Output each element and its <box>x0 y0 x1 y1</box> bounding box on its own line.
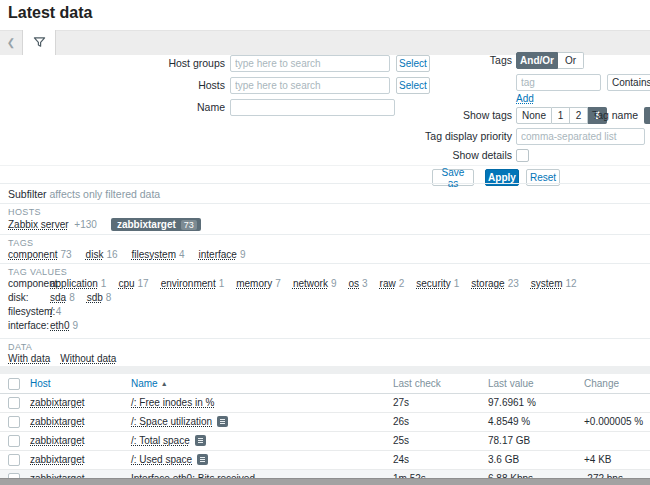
show-details-label: Show details <box>380 147 512 164</box>
tag-display-priority-input[interactable] <box>516 128 645 145</box>
row-checkbox[interactable] <box>8 397 20 409</box>
subfilter-tag-link[interactable]: filesystem <box>132 249 176 260</box>
tag-value-link[interactable]: sda <box>50 292 66 303</box>
column-header-change: Change <box>584 378 619 389</box>
tag-value-link[interactable]: / <box>50 306 53 317</box>
column-header-last-value: Last value <box>488 378 534 389</box>
change-value: +0.000005 % <box>584 416 643 427</box>
tag-value-link[interactable]: memory <box>236 278 272 289</box>
last-value: 78.17 GB <box>488 435 530 446</box>
host-link[interactable]: zabbixtarget <box>30 397 84 408</box>
tag-value-count: 17 <box>138 278 149 289</box>
tag-value-group-label: disk: <box>8 292 29 303</box>
select-all-checkbox[interactable] <box>8 378 20 390</box>
tag-value-link[interactable]: application <box>50 278 98 289</box>
tag-value-item: storage23 <box>471 278 518 289</box>
tags-operator-andor[interactable]: And/Or <box>516 52 558 69</box>
hosts-select-button[interactable]: Select <box>396 77 430 94</box>
subfilter-tag-link[interactable]: component <box>8 249 57 260</box>
with-data-link[interactable]: With data <box>8 353 50 364</box>
tag-value-item: memory7 <box>236 278 281 289</box>
tag-value-item: cpu17 <box>118 278 148 289</box>
tag-value-item: sdb8 <box>87 292 112 303</box>
subfilter-tag-link[interactable]: interface <box>199 249 237 260</box>
tag-value-group-row: /4 <box>50 306 73 317</box>
item-name-link[interactable]: /: Space utilization <box>131 416 212 427</box>
last-value: 97.6961 % <box>488 397 536 408</box>
hosts-input[interactable] <box>230 77 390 94</box>
tag-value-group-row: sda8 sdb8 <box>50 292 123 303</box>
without-data-link[interactable]: Without data <box>60 353 116 364</box>
tag-value-link[interactable]: os <box>348 278 359 289</box>
tag-value-count: 9 <box>331 278 337 289</box>
tag-value-link[interactable]: network <box>293 278 328 289</box>
tag-value-count: 8 <box>69 292 75 303</box>
sort-ascending-icon: ▲ <box>161 380 168 387</box>
description-icon[interactable] <box>197 454 208 465</box>
divider <box>0 234 650 235</box>
tag-value-group-row: application1 cpu17 environment1 memory7 … <box>50 278 589 289</box>
description-icon[interactable] <box>217 416 228 427</box>
tag-name-input[interactable] <box>516 74 601 91</box>
subfilter-heading: Subfilter affects only filtered data <box>8 188 160 200</box>
subfilter-tag-item: component73 <box>8 249 72 260</box>
item-name-link[interactable]: /: Total space <box>131 435 190 446</box>
tag-value-link[interactable]: raw <box>380 278 396 289</box>
host-link[interactable]: zabbixtarget <box>30 454 84 465</box>
collapse-filter-button[interactable]: ❮ <box>0 30 22 55</box>
subfilter-host-item: Zabbix server +130 <box>8 219 97 230</box>
tag-value-count: 2 <box>399 278 405 289</box>
tag-value-link[interactable]: storage <box>471 278 504 289</box>
tag-value-item: raw2 <box>380 278 405 289</box>
tag-value-link[interactable]: system <box>531 278 563 289</box>
column-header-last-check: Last check <box>393 378 441 389</box>
item-name-link[interactable]: /: Free inodes in % <box>131 397 214 408</box>
item-name-link[interactable]: /: Used space <box>131 454 192 465</box>
subfilter-title: Subfilter <box>8 188 47 200</box>
host-groups-input[interactable] <box>230 55 390 72</box>
description-icon[interactable] <box>195 435 206 446</box>
tags-label: Tags <box>380 52 512 69</box>
tag-match-operator-select[interactable]: Contains <box>607 74 650 91</box>
subfilter-host-chip-count: 73 <box>181 220 197 230</box>
tag-value-link[interactable]: eth0 <box>50 320 69 331</box>
tag-value-link[interactable]: security <box>416 278 450 289</box>
with-data-item: With data <box>8 353 50 364</box>
tags-operator-or[interactable]: Or <box>558 52 584 69</box>
without-data-item: Without data <box>60 353 116 364</box>
subfilter-host-link[interactable]: Zabbix server <box>8 219 69 230</box>
subfilter-subtitle: affects only filtered data <box>49 188 160 200</box>
subfilter-tag-item: filesystem4 <box>132 249 185 260</box>
tag-value-count: 7 <box>275 278 281 289</box>
tag-value-group-label: filesystem: <box>8 306 55 317</box>
tag-value-link[interactable]: environment <box>161 278 216 289</box>
row-checkbox[interactable] <box>8 416 20 428</box>
show-tags-none[interactable]: None <box>516 107 552 124</box>
tag-value-link[interactable]: cpu <box>118 278 134 289</box>
tag-value-link[interactable]: sdb <box>87 292 103 303</box>
tag-value-count: 12 <box>565 278 576 289</box>
row-checkbox[interactable] <box>8 435 20 447</box>
subfilter-tag-link[interactable]: disk <box>86 249 104 260</box>
column-header-name[interactable]: Name▲ <box>131 378 168 389</box>
column-header-host[interactable]: Host <box>30 378 51 389</box>
name-input[interactable] <box>230 99 395 116</box>
tag-value-group-label: interface: <box>8 320 49 331</box>
host-link[interactable]: zabbixtarget <box>30 435 84 446</box>
row-checkbox[interactable] <box>8 454 20 466</box>
host-link[interactable]: zabbixtarget <box>30 416 84 427</box>
tag-value-item: network9 <box>293 278 337 289</box>
add-tag-link[interactable]: Add <box>516 93 534 104</box>
tags-operator-toggle: And/Or Or <box>516 52 584 69</box>
divider <box>0 203 650 204</box>
last-check-value: 24s <box>393 454 409 465</box>
tag-display-priority-label: Tag display priority <box>380 128 512 145</box>
filter-tab[interactable] <box>22 30 56 55</box>
last-check-value: 26s <box>393 416 409 427</box>
show-details-checkbox[interactable] <box>516 149 529 162</box>
table-row: zabbixtarget /: Space utilization 26s 4.… <box>0 413 650 432</box>
subfilter-host-chip-selected[interactable]: zabbixtarget 73 <box>111 218 201 231</box>
tag-name-full-button[interactable] <box>644 107 650 124</box>
tag-value-count: 4 <box>56 306 62 317</box>
filter-funnel-icon <box>33 36 46 49</box>
